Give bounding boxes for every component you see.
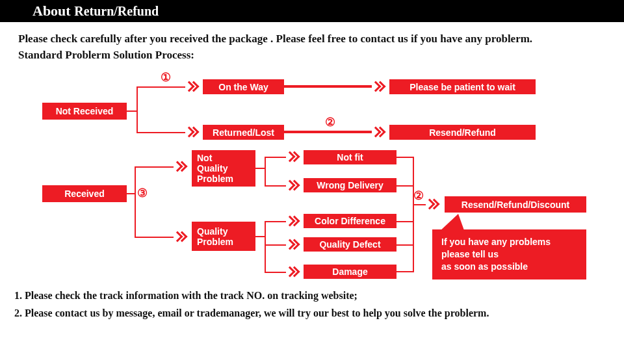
node-quality-defect: Quality Defect xyxy=(304,237,396,252)
node-on-the-way: On the Way xyxy=(203,79,284,94)
node-not-received: Not Received xyxy=(42,103,127,120)
arrow-icon xyxy=(185,80,198,93)
connector xyxy=(265,221,266,273)
connector xyxy=(255,168,265,169)
connector xyxy=(136,86,185,88)
callout-l2: please tell us xyxy=(441,248,577,261)
connector xyxy=(265,221,286,222)
node-resend-refund: Resend/Refund xyxy=(389,125,536,140)
arrow-icon xyxy=(174,230,187,243)
connector xyxy=(265,157,286,158)
callout-box: If you have any problems please tell us … xyxy=(432,229,586,280)
footer-block: 1. Please check the track information wi… xyxy=(0,280,624,322)
connector xyxy=(265,244,286,246)
connector xyxy=(135,237,174,238)
connector xyxy=(136,132,185,133)
intro-line-2: Standard Problerm Solution Process: xyxy=(18,47,606,64)
connector xyxy=(396,271,413,272)
node-returned-lost: Returned/Lost xyxy=(203,125,284,140)
node-not-quality: Not Quality Problem xyxy=(192,150,255,187)
page-title: About Return/Refund xyxy=(32,3,159,20)
title-prefix: About xyxy=(32,3,71,19)
connector xyxy=(396,221,413,222)
flow-canvas: Not Received ① On the Way Returned/Lost … xyxy=(0,66,624,280)
arrow-icon xyxy=(185,125,198,138)
node-received: Received xyxy=(42,185,127,202)
connector xyxy=(127,110,136,112)
connector xyxy=(284,131,372,133)
connector xyxy=(127,193,135,194)
step-2b: ② xyxy=(413,188,424,203)
node-please-wait: Please be patient to wait xyxy=(389,79,536,94)
connector xyxy=(396,157,413,158)
node-color-diff: Color Difference xyxy=(304,214,396,228)
footer-line-2: 2. Please contact us by message, email o… xyxy=(14,304,606,322)
connector xyxy=(135,166,174,168)
arrow-icon xyxy=(426,198,439,211)
node-wrong-delivery: Wrong Delivery xyxy=(304,178,396,192)
connector xyxy=(135,166,136,238)
footer-line-1: 1. Please check the track information wi… xyxy=(14,287,606,304)
callout-l3: as soon as possible xyxy=(441,261,577,273)
connector xyxy=(255,236,265,237)
node-resend-refund-discount: Resend/Refund/Discount xyxy=(445,196,586,213)
node-damage: Damage xyxy=(304,265,396,279)
step-3: ③ xyxy=(137,186,148,200)
connector xyxy=(265,157,266,187)
intro-block: Please check carefully after you receive… xyxy=(0,22,624,66)
arrow-icon xyxy=(286,238,299,251)
callout-l1: If you have any problems xyxy=(441,236,577,248)
arrow-icon xyxy=(286,150,299,163)
connector xyxy=(396,244,413,246)
node-not-fit: Not fit xyxy=(304,150,396,164)
connector xyxy=(265,185,286,187)
arrow-icon xyxy=(372,80,385,93)
node-quality: Quality Problem xyxy=(192,222,255,251)
title-suffix: Return/Refund xyxy=(74,4,159,18)
connector xyxy=(136,86,138,133)
arrow-icon xyxy=(372,125,385,138)
arrow-icon xyxy=(286,214,299,228)
connector xyxy=(396,185,413,187)
connector xyxy=(265,272,286,273)
arrow-icon xyxy=(174,160,187,173)
connector xyxy=(413,157,414,272)
header-bar: About Return/Refund xyxy=(0,0,624,22)
connector xyxy=(284,85,372,88)
step-1: ① xyxy=(161,70,171,84)
step-2a: ② xyxy=(325,115,335,129)
intro-line-1: Please check carefully after you receive… xyxy=(18,31,606,47)
connector xyxy=(413,204,426,205)
arrow-icon xyxy=(286,265,299,278)
arrow-icon xyxy=(286,179,299,192)
